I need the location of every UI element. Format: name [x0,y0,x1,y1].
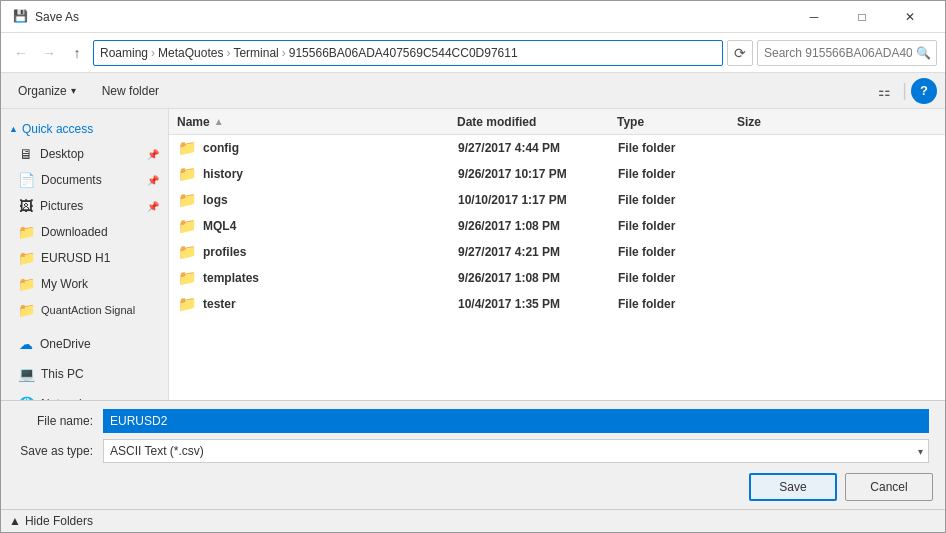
hide-folders-label: Hide Folders [25,514,93,528]
sidebar-item-eurusd-h1[interactable]: 📁 EURUSD H1 [1,245,168,271]
sidebar-item-thispc[interactable]: 💻 This PC [1,361,168,387]
file-type-cell: File folder [618,297,738,311]
main-area: ▲ Quick access 🖥 Desktop 📌 📄 Documents 📌… [1,109,945,400]
sidebar-item-pictures[interactable]: 🖼 Pictures 📌 [1,193,168,219]
hide-chevron-icon: ▲ [9,514,21,528]
breadcrumb-roaming: Roaming [100,46,148,60]
maximize-button[interactable]: □ [839,7,885,27]
address-bar: ← → ↑ Roaming › MetaQuotes › Terminal › … [1,33,945,73]
file-date-cell: 9/27/2017 4:21 PM [458,245,618,259]
file-rows-container: 📁 config 9/27/2017 4:44 PM File folder 📁… [169,135,945,317]
file-date-cell: 10/10/2017 1:17 PM [458,193,618,207]
back-button[interactable]: ← [9,41,33,65]
file-type-cell: File folder [618,193,738,207]
organize-button[interactable]: Organize ▾ [9,80,85,102]
dialog-icon: 💾 [13,9,29,25]
breadcrumb-id: 915566BA06ADA407569C544CC0D97611 [289,46,518,60]
hide-folders-bar[interactable]: ▲ Hide Folders [1,509,945,532]
sidebar-item-my-work[interactable]: 📁 My Work [1,271,168,297]
folder-icon: 📁 [178,165,197,183]
sidebar-item-documents[interactable]: 📄 Documents 📌 [1,167,168,193]
toolbar: Organize ▾ New folder ⚏ | ? [1,73,945,109]
button-row: Save Cancel [13,469,933,501]
sidebar-item-downloaded[interactable]: 📁 Downloaded [1,219,168,245]
new-folder-button[interactable]: New folder [93,80,168,102]
table-row[interactable]: 📁 logs 10/10/2017 1:17 PM File folder [169,187,945,213]
breadcrumb-metaquotes: MetaQuotes [158,46,223,60]
file-name-cell: MQL4 [203,219,236,233]
save-as-type-select[interactable]: ASCII Text (*.csv) [103,439,929,463]
cancel-button[interactable]: Cancel [845,473,933,501]
file-name-label: File name: [13,414,103,428]
toolbar-right: ⚏ | ? [870,78,937,104]
sidebar: ▲ Quick access 🖥 Desktop 📌 📄 Documents 📌… [1,109,169,400]
file-date-cell: 10/4/2017 1:35 PM [458,297,618,311]
help-button[interactable]: ? [911,78,937,104]
table-row[interactable]: 📁 history 9/26/2017 10:17 PM File folder [169,161,945,187]
save-as-type-wrapper: ASCII Text (*.csv) ▾ [103,439,929,463]
refresh-button[interactable]: ⟳ [727,40,753,66]
file-name-cell: templates [203,271,259,285]
forward-button[interactable]: → [37,41,61,65]
column-size[interactable]: Size [737,115,817,129]
file-name-cell: tester [203,297,236,311]
search-input[interactable] [757,40,937,66]
table-row[interactable]: 📁 MQL4 9/26/2017 1:08 PM File folder [169,213,945,239]
view-button[interactable]: ⚏ [870,78,898,104]
eurusd-folder-icon: 📁 [18,250,35,266]
save-button[interactable]: Save [749,473,837,501]
sidebar-item-quantaction[interactable]: 📁 QuantAction Signal [1,297,168,323]
close-button[interactable]: ✕ [887,7,933,27]
documents-pin-icon: 📌 [147,175,159,186]
folder-icon: 📁 [178,269,197,287]
sidebar-item-desktop[interactable]: 🖥 Desktop 📌 [1,141,168,167]
file-date-cell: 9/26/2017 1:08 PM [458,219,618,233]
toolbar-separator: | [902,80,907,101]
downloaded-folder-icon: 📁 [18,224,35,240]
breadcrumb-terminal: Terminal [233,46,278,60]
desktop-pin-icon: 📌 [147,149,159,160]
onedrive-icon: ☁ [18,336,34,352]
quick-access-label: Quick access [22,122,93,136]
table-row[interactable]: 📁 tester 10/4/2017 1:35 PM File folder [169,291,945,317]
sidebar-item-network[interactable]: 🌐 Network [1,391,168,400]
table-row[interactable]: 📁 profiles 9/27/2017 4:21 PM File folder [169,239,945,265]
organize-label: Organize [18,84,67,98]
minimize-button[interactable]: ─ [791,7,837,27]
column-date-modified[interactable]: Date modified [457,115,617,129]
sort-arrow-icon: ▲ [214,116,224,127]
new-folder-label: New folder [102,84,159,98]
folder-icon: 📁 [178,217,197,235]
file-name-cell: config [203,141,239,155]
file-name-input[interactable] [103,409,929,433]
sidebar-quick-access-header[interactable]: ▲ Quick access [1,113,168,141]
dialog-title: Save As [35,10,791,24]
file-name-cell: profiles [203,245,246,259]
column-type[interactable]: Type [617,115,737,129]
table-row[interactable]: 📁 templates 9/26/2017 1:08 PM File folde… [169,265,945,291]
file-list-header: Name ▲ Date modified Type Size [169,109,945,135]
organize-chevron-icon: ▾ [71,85,76,96]
content-area: Name ▲ Date modified Type Size 📁 config [169,109,945,400]
thispc-icon: 💻 [18,366,35,382]
sidebar-item-onedrive[interactable]: ☁ OneDrive [1,331,168,357]
folder-icon: 📁 [178,139,197,157]
file-date-cell: 9/27/2017 4:44 PM [458,141,618,155]
up-button[interactable]: ↑ [65,41,89,65]
file-type-cell: File folder [618,141,738,155]
search-wrapper: 🔍 [757,40,937,66]
pictures-pin-icon: 📌 [147,201,159,212]
title-bar: 💾 Save As ─ □ ✕ [1,1,945,33]
quick-access-chevron-icon: ▲ [9,124,18,134]
file-name-cell: logs [203,193,228,207]
folder-icon: 📁 [178,191,197,209]
window-controls: ─ □ ✕ [791,7,933,27]
file-name-row: File name: [13,409,933,433]
breadcrumb[interactable]: Roaming › MetaQuotes › Terminal › 915566… [93,40,723,66]
table-row[interactable]: 📁 config 9/27/2017 4:44 PM File folder [169,135,945,161]
file-type-cell: File folder [618,245,738,259]
save-as-type-label: Save as type: [13,444,103,458]
save-as-type-row: Save as type: ASCII Text (*.csv) ▾ [13,439,933,463]
file-name-cell: history [203,167,243,181]
column-name[interactable]: Name ▲ [177,115,457,129]
